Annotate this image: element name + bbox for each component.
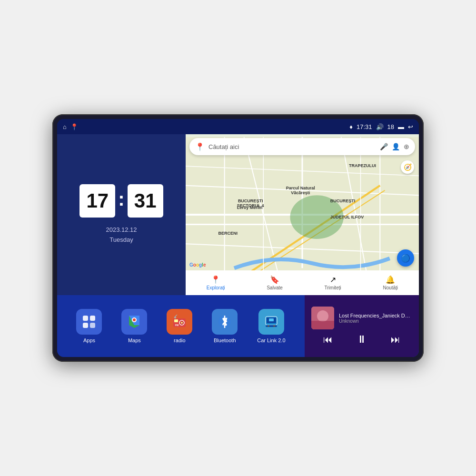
svg-point-23 <box>133 318 136 321</box>
map-nav-saved[interactable]: 🔖 Salvate <box>267 275 282 290</box>
bluetooth-label: Bluetooth <box>214 337 236 343</box>
play-pause-button[interactable]: ⏸ <box>357 333 367 346</box>
battery-icon: ▬ <box>398 123 404 130</box>
svg-rect-25 <box>174 319 178 322</box>
music-artist: Unknown <box>339 318 412 324</box>
map-panel[interactable]: 📍 Căutați aici 🎤 👤 ⊕ TRAPEZULUI BUCUREȘT… <box>186 134 419 295</box>
svg-point-12 <box>290 195 343 239</box>
clock-minutes: 31 <box>128 184 163 218</box>
app-item-apps[interactable]: Apps <box>76 309 102 343</box>
apps-label: Apps <box>83 337 95 343</box>
map-nav-explore[interactable]: 📍 Explorați <box>207 275 225 290</box>
maps-icon[interactable]: 📍 <box>70 123 78 130</box>
maps-label: Maps <box>128 337 141 343</box>
music-info: Lost Frequencies_Janieck Devy-... Unknow… <box>339 313 412 324</box>
music-album-art <box>311 307 334 329</box>
svg-rect-37 <box>269 318 274 321</box>
next-button[interactable]: ⏭ <box>391 334 400 345</box>
volume-level: 18 <box>387 123 394 130</box>
volume-icon[interactable]: 🔊 <box>376 123 384 130</box>
status-bar: ⌂ 📍 ♦ 17:31 🔊 18 ▬ ↩ <box>57 119 419 134</box>
clock-day: Tuesday <box>106 235 137 245</box>
app-item-radio[interactable]: FM radio <box>167 309 192 343</box>
map-nav-send[interactable]: ↗ Trimiteți <box>325 275 341 290</box>
apps-panel: Apps Maps <box>57 295 305 357</box>
top-section: 17 : 31 2023.12.12 Tuesday <box>57 134 419 295</box>
svg-rect-17 <box>90 316 95 321</box>
map-search-bar[interactable]: 📍 Căutați aici 🎤 👤 ⊕ <box>189 138 415 155</box>
map-pin-icon: 📍 <box>195 142 205 151</box>
map-account-icon[interactable]: 👤 <box>392 143 400 150</box>
send-label: Trimiteți <box>325 285 341 290</box>
back-icon[interactable]: ↩ <box>408 123 413 130</box>
signal-icon: ♦ <box>349 123 353 130</box>
carlink-app-icon <box>258 309 284 335</box>
bottom-section: Apps Maps <box>57 295 419 357</box>
saved-icon: 🔖 <box>270 275 279 284</box>
svg-point-35 <box>268 325 269 327</box>
google-logo: Google <box>189 262 206 268</box>
clock-date: 2023.12.12 Tuesday <box>106 225 137 245</box>
map-mic-icon[interactable]: 🎤 <box>380 143 388 150</box>
status-time: 17:31 <box>357 123 372 130</box>
status-left: ⌂ 📍 <box>63 123 78 130</box>
send-icon: ↗ <box>330 275 336 284</box>
music-controls: ⏮ ⏸ ⏭ <box>311 333 412 346</box>
news-label: Noutăți <box>383 285 398 290</box>
svg-rect-18 <box>83 323 88 328</box>
apps-icon <box>76 309 102 335</box>
map-bottom-nav: 📍 Explorați 🔖 Salvate ↗ Trimiteți 🔔 <box>186 270 419 295</box>
radio-label: radio <box>174 337 185 343</box>
clock-date-value: 2023.12.12 <box>106 225 137 235</box>
device-screen: ⌂ 📍 ♦ 17:31 🔊 18 ▬ ↩ 17 : <box>57 119 419 357</box>
radio-app-icon: FM <box>167 309 192 335</box>
carlink-label: Car Link 2.0 <box>257 337 285 343</box>
svg-rect-29 <box>174 316 177 318</box>
news-icon: 🔔 <box>386 275 395 284</box>
home-icon[interactable]: ⌂ <box>63 123 67 130</box>
saved-label: Salvate <box>267 285 282 290</box>
explore-icon: 📍 <box>211 275 220 284</box>
clock-colon: : <box>118 189 124 208</box>
svg-point-36 <box>273 325 275 327</box>
clock-panel: 17 : 31 2023.12.12 Tuesday <box>57 134 186 295</box>
svg-line-30 <box>175 315 177 317</box>
map-layers-icon[interactable]: ⊕ <box>404 143 409 150</box>
map-search-text[interactable]: Căutați aici <box>208 143 376 150</box>
music-top: Lost Frequencies_Janieck Devy-... Unknow… <box>311 307 412 329</box>
app-item-carlink[interactable]: Car Link 2.0 <box>257 309 285 343</box>
clock-display: 17 : 31 <box>79 184 163 218</box>
clock-hours: 17 <box>79 184 115 218</box>
status-right: ♦ 17:31 🔊 18 ▬ ↩ <box>349 123 413 130</box>
svg-point-39 <box>317 310 328 322</box>
music-panel: Lost Frequencies_Janieck Devy-... Unknow… <box>305 295 419 357</box>
map-compass[interactable]: 🧭 <box>401 160 414 174</box>
map-nav-news[interactable]: 🔔 Noutăți <box>383 275 398 290</box>
svg-text:FM: FM <box>175 324 178 327</box>
main-content: 17 : 31 2023.12.12 Tuesday <box>57 134 419 357</box>
bluetooth-app-icon <box>212 309 238 335</box>
explore-label: Explorați <box>207 285 225 290</box>
device: ⌂ 📍 ♦ 17:31 🔊 18 ▬ ↩ 17 : <box>52 114 424 362</box>
app-item-bluetooth[interactable]: Bluetooth <box>212 309 238 343</box>
app-item-maps[interactable]: Maps <box>121 309 147 343</box>
svg-rect-40 <box>311 321 334 329</box>
maps-app-icon <box>121 309 147 335</box>
svg-rect-16 <box>83 316 88 321</box>
map-location-button[interactable]: 🔵 <box>397 249 414 267</box>
svg-rect-19 <box>90 323 95 328</box>
svg-point-27 <box>181 322 183 324</box>
svg-rect-34 <box>266 325 277 327</box>
prev-button[interactable]: ⏮ <box>323 334 333 345</box>
music-title: Lost Frequencies_Janieck Devy-... <box>339 313 412 318</box>
